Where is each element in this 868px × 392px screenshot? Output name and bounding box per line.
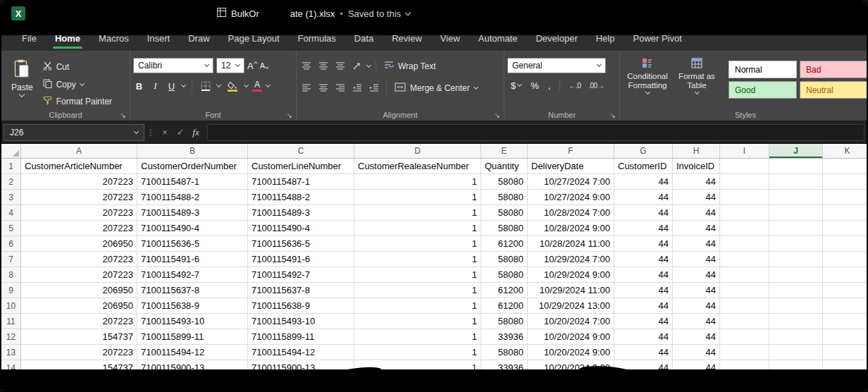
copy-dropdown-icon[interactable] xyxy=(80,80,85,85)
cell-F11[interactable]: 10/20/2024 7:00 xyxy=(528,314,614,329)
cell-E7[interactable]: 58080 xyxy=(481,252,528,267)
cell-style-neutral[interactable]: Neutral xyxy=(800,81,868,99)
cell-C5[interactable]: 7100115490-4 xyxy=(248,221,354,236)
cell-E11[interactable]: 58080 xyxy=(481,314,528,329)
cell-H12[interactable]: 44 xyxy=(673,329,720,345)
cell-K10[interactable] xyxy=(823,298,867,314)
italic-button[interactable]: I xyxy=(149,80,161,92)
merge-center-dropdown-icon[interactable] xyxy=(473,84,478,89)
cut-button[interactable]: Cut xyxy=(40,59,115,75)
cell-D9[interactable]: 1 xyxy=(354,283,481,298)
cell-E3[interactable]: 58080 xyxy=(481,190,528,205)
cell-B8[interactable]: 7100115492-7 xyxy=(137,267,248,283)
font-dialog-launcher[interactable]: ↘ xyxy=(287,112,292,119)
cell-D13[interactable]: 1 xyxy=(354,345,481,360)
enter-button[interactable]: ✓ xyxy=(173,127,188,137)
cell-C10[interactable]: 7100115638-9 xyxy=(248,298,354,314)
wrap-text-button[interactable]: Wrap Text xyxy=(381,58,439,74)
cell-C3[interactable]: 7100115488-2 xyxy=(248,190,354,205)
cell-D6[interactable]: 1 xyxy=(354,236,481,252)
bold-button[interactable]: B xyxy=(133,81,145,92)
increase-decimal-button[interactable]: ←.0 xyxy=(567,82,582,90)
cell-H9[interactable]: 44 xyxy=(673,283,720,298)
cell-G5[interactable]: 44 xyxy=(614,221,673,236)
cell-B3[interactable]: 7100115488-2 xyxy=(137,190,248,205)
cell-H8[interactable]: 44 xyxy=(673,267,720,283)
cell-H14[interactable]: 44 xyxy=(673,360,720,376)
cell-B1[interactable]: CustomerOrderNumber xyxy=(137,159,248,174)
cell-D14[interactable]: 1 xyxy=(354,360,481,376)
cell-K14[interactable] xyxy=(823,360,867,376)
cell-A6[interactable]: 206950 xyxy=(21,236,137,252)
cell-I7[interactable] xyxy=(720,252,769,267)
cell-H3[interactable]: 44 xyxy=(673,190,720,205)
underline-dropdown-icon[interactable] xyxy=(181,82,186,87)
formula-input[interactable] xyxy=(207,124,864,141)
font-color-dropdown-icon[interactable] xyxy=(266,82,271,87)
paste-dropdown-icon[interactable] xyxy=(19,92,25,97)
cell-B12[interactable]: 7100115899-11 xyxy=(137,329,248,345)
cell-A13[interactable]: 207223 xyxy=(21,345,137,360)
cell-E2[interactable]: 58080 xyxy=(481,174,528,190)
cell-I8[interactable] xyxy=(720,267,769,283)
row-header-14[interactable]: 14 xyxy=(1,360,21,376)
row-header-5[interactable]: 5 xyxy=(1,221,21,236)
cell-B2[interactable]: 7100115487-1 xyxy=(137,174,248,190)
cell-F12[interactable]: 10/20/2024 9:00 xyxy=(528,329,614,345)
cell-style-normal[interactable]: Normal xyxy=(728,61,797,78)
cell-F9[interactable]: 10/29/2024 11:00 xyxy=(528,283,614,298)
cell-J12[interactable] xyxy=(769,329,823,345)
cell-C4[interactable]: 7100115489-3 xyxy=(248,205,354,221)
align-left-button[interactable] xyxy=(299,81,314,95)
cell-E8[interactable]: 58080 xyxy=(481,267,528,283)
paste-button[interactable]: Paste xyxy=(4,55,40,109)
row-header-10[interactable]: 10 xyxy=(1,298,21,314)
cell-D7[interactable]: 1 xyxy=(354,252,481,267)
cell-G3[interactable]: 44 xyxy=(614,190,673,205)
cell-C12[interactable]: 7100115899-11 xyxy=(248,329,354,345)
cell-A12[interactable]: 154737 xyxy=(21,329,137,345)
fill-color-dropdown-icon[interactable] xyxy=(244,82,249,87)
cell-E12[interactable]: 33936 xyxy=(481,329,528,345)
cell-K1[interactable] xyxy=(823,159,867,174)
cell-H1[interactable]: InvoiceID xyxy=(673,159,720,174)
cell-I4[interactable] xyxy=(720,205,769,221)
cell-B13[interactable]: 7100115494-12 xyxy=(137,345,248,360)
cell-C1[interactable]: CustomerLineNumber xyxy=(248,159,354,174)
cell-G9[interactable]: 44 xyxy=(614,283,673,298)
cell-I13[interactable] xyxy=(720,345,769,360)
ribbon-tab-help[interactable]: Help xyxy=(587,25,624,51)
cell-I2[interactable] xyxy=(720,174,769,190)
name-box[interactable]: J26 xyxy=(4,124,144,141)
align-top-button[interactable] xyxy=(299,59,314,73)
cell-F3[interactable]: 10/27/2024 9:00 xyxy=(528,190,614,205)
column-header-C[interactable]: C xyxy=(248,144,354,158)
ribbon-tab-automate[interactable]: Automate xyxy=(469,25,527,51)
cell-H11[interactable]: 44 xyxy=(673,314,720,329)
row-header-2[interactable]: 2 xyxy=(1,174,21,190)
cell-E5[interactable]: 58080 xyxy=(481,221,528,236)
cell-E10[interactable]: 61200 xyxy=(481,298,528,314)
cell-D12[interactable]: 1 xyxy=(354,329,481,345)
column-header-E[interactable]: E xyxy=(481,144,528,158)
column-header-J[interactable]: J xyxy=(769,144,823,158)
cell-A11[interactable]: 207223 xyxy=(21,314,137,329)
cell-E13[interactable]: 58080 xyxy=(481,345,528,360)
cancel-button[interactable]: × xyxy=(157,127,173,137)
cell-K2[interactable] xyxy=(823,174,867,190)
cell-J4[interactable] xyxy=(769,205,823,221)
cell-D3[interactable]: 1 xyxy=(354,190,481,205)
row-header-13[interactable]: 13 xyxy=(1,345,21,360)
row-header-12[interactable]: 12 xyxy=(1,329,21,345)
borders-button[interactable] xyxy=(199,79,213,93)
underline-button[interactable]: U xyxy=(166,81,178,92)
cell-C2[interactable]: 7100115487-1 xyxy=(248,174,354,190)
align-bottom-button[interactable] xyxy=(333,59,347,73)
ribbon-tab-page-layout[interactable]: Page Layout xyxy=(219,25,289,51)
cell-I10[interactable] xyxy=(720,298,769,314)
cell-J3[interactable] xyxy=(769,190,823,205)
cell-F14[interactable]: 10/20/2024 9:00 xyxy=(528,360,614,376)
cell-G7[interactable]: 44 xyxy=(614,252,673,267)
cell-H5[interactable]: 44 xyxy=(673,221,720,236)
cell-A5[interactable]: 207223 xyxy=(21,221,137,236)
